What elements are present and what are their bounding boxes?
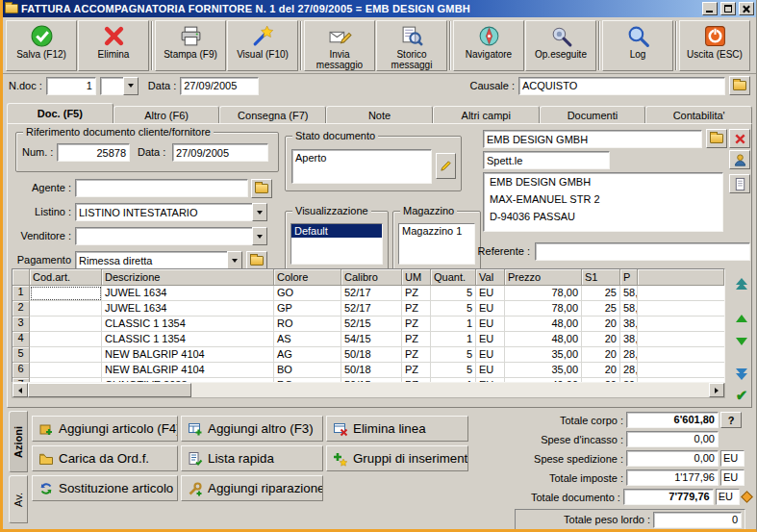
log-button[interactable]: Log xyxy=(602,20,673,71)
tab-note[interactable]: Note xyxy=(326,106,433,123)
table-row[interactable]: 1 JUWEL 1634 GO 52/17 PZ 5 EU 78,00 25 5… xyxy=(13,286,724,301)
list-item[interactable]: Default xyxy=(291,224,382,238)
cell-codart xyxy=(30,347,102,363)
tab-doc[interactable]: Doc. (F5) xyxy=(7,103,114,123)
tab-contabilita[interactable]: Contabilita' xyxy=(645,106,752,123)
section-combo[interactable] xyxy=(100,77,139,95)
navigator-button[interactable]: Navigatore xyxy=(453,20,524,71)
ndoc-input[interactable]: 1 xyxy=(46,77,96,95)
customer-address-box[interactable]: EMB DESIGN GMBH MAX-EMANUEL STR 2 D-9403… xyxy=(483,172,723,232)
table-row[interactable]: 3 CLASSIC 1 1354 RO 52/15 PZ 1 EU 48,00 … xyxy=(13,317,724,332)
pagamento-select[interactable]: Rimessa diretta xyxy=(75,251,242,269)
magazzino-listbox[interactable]: Magazzino 1 xyxy=(398,223,475,265)
customer-clear-button[interactable] xyxy=(729,129,750,148)
add-other-button[interactable]: Aggiungi altro (F3) xyxy=(181,416,323,442)
causale-lookup-button[interactable] xyxy=(729,76,750,95)
replace-article-button[interactable]: Sostituzione articolo xyxy=(32,475,178,501)
column-header[interactable]: Descrizione xyxy=(102,269,274,286)
customer-name-input[interactable]: EMB DESIGN GMBH xyxy=(483,130,702,148)
salutation-input[interactable]: Spett.le xyxy=(483,151,610,169)
pagamento-lookup-button[interactable] xyxy=(246,251,267,270)
minimize-button[interactable] xyxy=(702,2,718,15)
column-header[interactable]: S1 xyxy=(582,269,620,286)
tab-avanzate[interactable]: Av. xyxy=(9,475,28,523)
agente-lookup-button[interactable] xyxy=(251,179,272,198)
referente-input[interactable] xyxy=(535,242,750,261)
print-button[interactable]: Stampa (F9) xyxy=(155,20,226,71)
cell-calibro: 50/18 xyxy=(341,363,402,378)
listino-select[interactable]: LISTINO INTESTATARIO xyxy=(75,203,267,221)
cell-codart[interactable] xyxy=(30,286,102,301)
operations-button[interactable]: Op.eseguite xyxy=(525,20,596,71)
maximize-button[interactable] xyxy=(720,2,736,15)
chevron-down-icon[interactable] xyxy=(123,77,139,95)
insert-groups-button[interactable]: Gruppi di inserimento xyxy=(326,445,468,471)
column-header[interactable]: Val xyxy=(476,269,505,286)
load-order-button[interactable]: Carica da Ord.f. xyxy=(32,445,178,471)
quick-list-button[interactable]: Lista rapida xyxy=(181,445,323,471)
row-up-button[interactable] xyxy=(732,309,751,328)
num-input[interactable]: 25878 xyxy=(57,143,130,162)
delete-line-button[interactable]: Elimina linea xyxy=(326,416,468,442)
cell-quant: 1 xyxy=(431,317,476,332)
currency-tool-icon[interactable] xyxy=(741,491,753,503)
table-row[interactable]: 2 JUWEL 1634 GP 52/17 PZ 5 EU 78,00 25 5… xyxy=(13,301,724,317)
delete-button[interactable]: Elimina xyxy=(78,20,149,71)
help-button[interactable]: ? xyxy=(720,412,742,428)
tab-documenti[interactable]: Documenti xyxy=(540,106,646,123)
cell-s1: 25 xyxy=(582,286,620,301)
scrollbar-thumb[interactable] xyxy=(28,383,191,397)
scroll-top-button[interactable] xyxy=(732,274,751,293)
cell-codart xyxy=(30,301,102,317)
column-header[interactable]: Quant. xyxy=(431,269,476,286)
agente-input[interactable] xyxy=(75,179,248,197)
confirm-line-button[interactable] xyxy=(732,386,751,405)
scroll-right-icon[interactable] xyxy=(709,383,724,397)
contact-button[interactable] xyxy=(729,150,750,169)
peso-lordo-value[interactable]: 0 xyxy=(653,512,742,528)
scrollbar-track[interactable] xyxy=(191,383,709,397)
send-message-button[interactable]: Invia messaggio xyxy=(304,20,375,71)
add-article-button[interactable]: Aggiungi articolo (F4) xyxy=(32,416,178,442)
chevron-down-icon[interactable] xyxy=(252,203,267,221)
row-down-button[interactable] xyxy=(732,332,751,351)
rif-data-input[interactable]: 27/09/2005 xyxy=(172,143,268,162)
table-row[interactable]: 6 NEW BALGRIP 4104 BO 50/18 PZ 5 EU 35,0… xyxy=(13,363,724,378)
table-row[interactable]: 5 NEW BALGRIP 4104 AG 50/18 PZ 5 EU 35,0… xyxy=(13,347,724,363)
chevron-down-icon[interactable] xyxy=(227,251,242,269)
date-input[interactable]: 27/09/2005 xyxy=(180,77,259,95)
tab-consegna[interactable]: Consegna (F7) xyxy=(219,106,326,123)
scroll-left-icon[interactable] xyxy=(13,383,28,397)
cell-quant: 5 xyxy=(431,347,476,363)
venditore-select[interactable] xyxy=(75,227,267,245)
tab-altro[interactable]: Altro (F6) xyxy=(114,106,220,123)
column-header[interactable]: Cod.art. xyxy=(30,269,102,286)
list-item[interactable]: Magazzino 1 xyxy=(399,224,474,238)
exit-button[interactable]: Uscita (ESC) xyxy=(679,20,750,71)
column-header[interactable]: UM xyxy=(402,269,431,286)
column-header[interactable]: Colore xyxy=(274,269,341,286)
spese-spedizione-value[interactable]: 0,00 xyxy=(626,450,719,467)
table-row[interactable]: 4 CLASSIC 1 1354 AS 54/15 PZ 1 EU 48,00 … xyxy=(13,332,724,347)
add-repair-button[interactable]: Aggiungi riparazione xyxy=(181,475,323,501)
column-header[interactable]: Prezzo xyxy=(505,269,582,286)
close-button[interactable] xyxy=(739,2,754,15)
tab-azioni[interactable]: Azioni xyxy=(9,411,28,472)
column-header[interactable]: P xyxy=(620,269,638,286)
visualizzazione-listbox[interactable]: Default xyxy=(290,223,383,265)
column-header[interactable]: Calibro xyxy=(341,269,402,286)
save-button[interactable]: Salva (F12) xyxy=(6,20,77,71)
spese-incasso-value[interactable]: 0,00 xyxy=(626,431,719,447)
visual-button[interactable]: Visual (F10) xyxy=(227,20,298,71)
chevron-down-icon[interactable] xyxy=(252,227,267,245)
horizontal-scrollbar[interactable] xyxy=(12,383,725,398)
scroll-bottom-button[interactable] xyxy=(732,365,751,384)
cell-pnetto: 38,40 xyxy=(620,317,638,332)
message-history-button[interactable]: Storico messaggi xyxy=(376,20,447,71)
tab-altri-campi[interactable]: Altri campi xyxy=(433,106,540,123)
customer-lookup-button[interactable] xyxy=(706,129,727,148)
causale-input[interactable]: ACQUISTO xyxy=(518,77,725,95)
cell-um: PZ xyxy=(402,286,431,301)
stato-edit-button[interactable] xyxy=(436,153,456,179)
address-edit-button[interactable] xyxy=(729,174,750,193)
